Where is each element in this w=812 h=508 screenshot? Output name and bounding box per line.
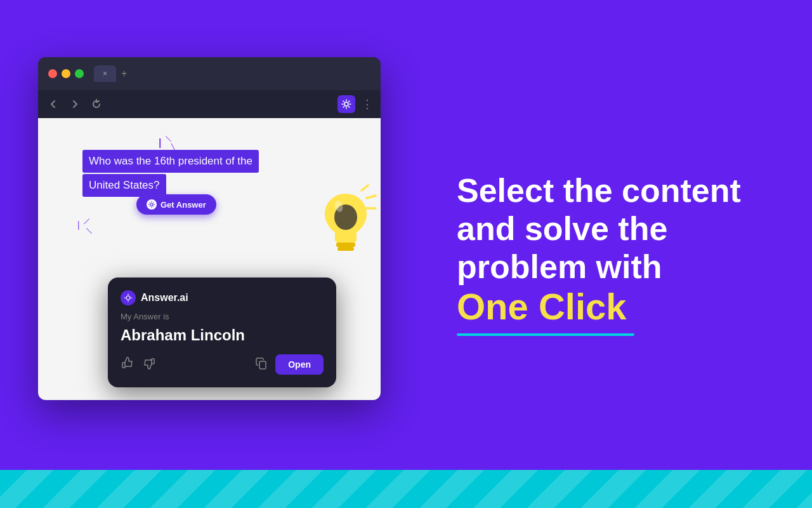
bottom-strip <box>0 470 812 508</box>
svg-point-0 <box>344 102 348 106</box>
back-button[interactable] <box>46 97 61 112</box>
sparkle-right: — <box>163 133 174 144</box>
extension-icon[interactable] <box>337 95 355 113</box>
selected-text-block: Who was the 16th president of the United… <box>82 150 259 197</box>
close-traffic-light[interactable] <box>48 69 57 78</box>
sparkle-bl3: — <box>84 225 95 236</box>
tagline-line3: problem with <box>457 248 774 286</box>
gear-icon <box>147 199 157 210</box>
answer-ai-logo <box>121 290 136 305</box>
answer-brand-name: Answer.ai <box>141 292 188 304</box>
traffic-lights <box>48 69 84 78</box>
browser-titlebar: × + <box>38 57 381 90</box>
action-right: Open <box>255 354 324 375</box>
copy-button[interactable] <box>255 357 268 373</box>
forward-button[interactable] <box>67 97 82 112</box>
answer-actions: Open <box>121 354 324 375</box>
minimize-traffic-light[interactable] <box>62 69 70 78</box>
sparkle-bl2: | <box>77 220 80 230</box>
svg-point-1 <box>150 203 153 206</box>
svg-line-4 <box>362 185 368 190</box>
tab-area: × + <box>94 65 370 82</box>
svg-rect-8 <box>337 247 354 251</box>
browser-tab[interactable]: × <box>94 65 116 82</box>
browser-menu-button[interactable]: ⋮ <box>362 97 373 111</box>
svg-line-5 <box>367 196 376 198</box>
open-button[interactable]: Open <box>275 354 324 375</box>
maximize-traffic-light[interactable] <box>75 69 84 78</box>
add-tab-button[interactable]: + <box>121 68 127 79</box>
answer-text: Abraham Lincoln <box>121 326 324 344</box>
svg-rect-3 <box>259 361 266 369</box>
thumb-buttons <box>121 356 156 373</box>
tab-close-icon[interactable]: × <box>103 69 107 78</box>
tagline-line2: and solve the <box>457 210 774 248</box>
tagline: Select the content and solve the problem… <box>457 172 774 328</box>
answer-label: My Answer is <box>121 312 324 321</box>
tagline-line1: Select the content <box>457 172 774 210</box>
browser-content: | — ╲ — | — Who was the 16th president o… <box>38 118 381 400</box>
browser-toolbar: ⋮ <box>38 90 381 118</box>
refresh-button[interactable] <box>89 97 104 112</box>
tagline-highlight: One Click <box>457 286 774 328</box>
get-answer-label: Get Answer <box>160 200 206 210</box>
get-answer-button[interactable]: Get Answer <box>136 194 216 215</box>
underline-bar <box>457 333 634 336</box>
url-bar[interactable] <box>110 94 331 114</box>
selected-text-line2: United States? <box>82 174 166 197</box>
right-section: Select the content and solve the problem… <box>457 172 774 336</box>
svg-point-2 <box>126 296 130 300</box>
selected-text-line1: Who was the 16th president of the <box>82 150 259 173</box>
left-section: × + <box>38 57 400 419</box>
sparkle-top: | <box>159 137 161 149</box>
answer-card: Answer.ai My Answer is Abraham Lincoln <box>108 277 336 387</box>
thumbs-up-button[interactable] <box>121 356 134 373</box>
thumbs-down-button[interactable] <box>142 356 156 373</box>
svg-rect-7 <box>336 243 355 247</box>
lightbulb-sticker <box>311 184 381 254</box>
answer-card-header: Answer.ai <box>121 290 324 305</box>
